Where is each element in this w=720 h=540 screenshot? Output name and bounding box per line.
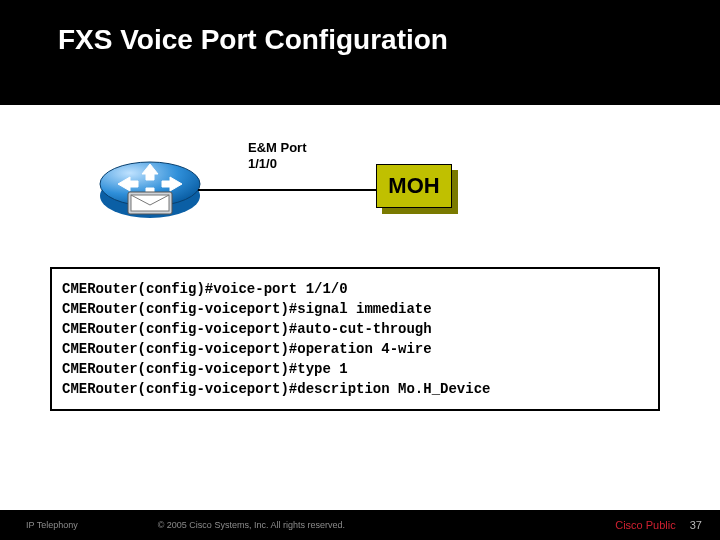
port-label: E&M Port 1/1/0 [248,140,307,173]
slide: FXS Voice Port Configuration [0,0,720,540]
config-line: CMERouter(config)#voice-port 1/1/0 [62,281,648,297]
port-label-line2: 1/1/0 [248,156,277,171]
footer-slide-number: 37 [690,519,702,531]
config-line: CMERouter(config-voiceport)#auto-cut-thr… [62,321,648,337]
config-line: CMERouter(config-voiceport)#signal immed… [62,301,648,317]
port-label-line1: E&M Port [248,140,307,155]
page-title: FXS Voice Port Configuration [58,24,448,56]
svg-rect-7 [131,195,169,211]
footer-right: Cisco Public [615,519,676,531]
wire-line [198,189,378,191]
config-line: CMERouter(config-voiceport)#description … [62,381,648,397]
config-line: CMERouter(config-voiceport)#type 1 [62,361,648,377]
config-line: CMERouter(config-voiceport)#operation 4-… [62,341,648,357]
config-box: CMERouter(config)#voice-port 1/1/0 CMERo… [50,267,660,411]
footer-left: IP Telephony [26,520,78,530]
footer: IP Telephony © 2005 Cisco Systems, Inc. … [0,510,720,540]
footer-copyright: © 2005 Cisco Systems, Inc. All rights re… [158,520,345,530]
moh-label: MOH [376,164,452,208]
diagram-area: E&M Port 1/1/0 MOH [98,134,458,224]
router-icon [98,150,202,224]
corner-tab [610,0,720,44]
moh-box: MOH [376,164,452,208]
